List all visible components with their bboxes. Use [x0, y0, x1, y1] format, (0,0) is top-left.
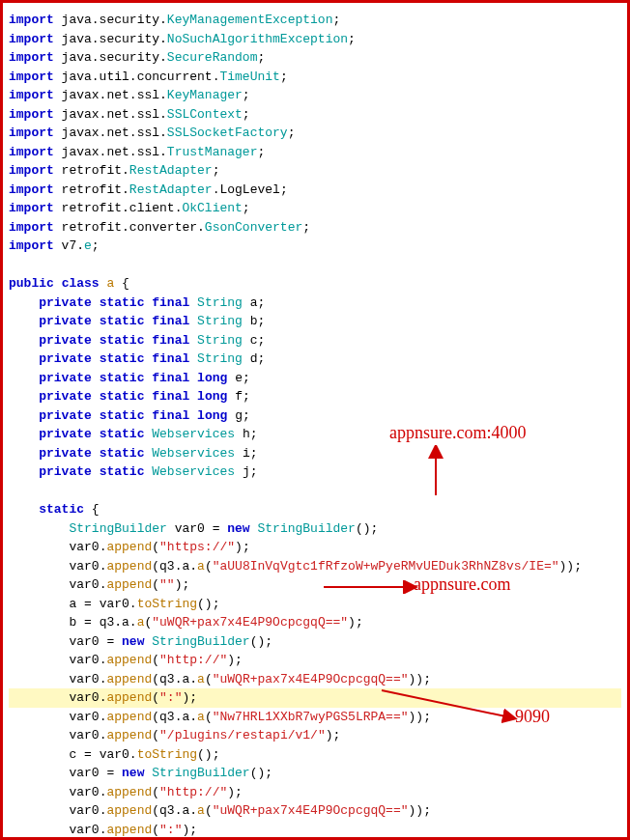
- kw-private: private: [39, 371, 92, 385]
- punct-token: (q3.a.: [152, 559, 197, 574]
- text-token: [9, 710, 69, 724]
- text-token: {: [114, 276, 129, 291]
- method-token: a: [197, 803, 205, 818]
- semicolon: ;: [243, 371, 250, 385]
- class-name: e: [84, 238, 92, 253]
- text-token: [54, 276, 62, 291]
- kw-import: import: [9, 13, 54, 27]
- text-token: var0.: [69, 710, 106, 724]
- method-token: a: [197, 710, 205, 724]
- text-token: [227, 371, 235, 385]
- punct-token: ));: [409, 803, 431, 818]
- kw-final: final: [152, 371, 189, 385]
- text-token: [92, 408, 100, 423]
- semicolon: ;: [257, 50, 265, 65]
- code-line: private static Webservices h;: [9, 425, 621, 444]
- semicolon: ;: [280, 70, 288, 84]
- code-line: import javax.net.ssl.KeyManager;: [9, 86, 621, 105]
- kw-import: import: [9, 238, 54, 253]
- punct-token: ));: [409, 710, 431, 724]
- text-token: [92, 427, 100, 441]
- semicolon: ;: [243, 107, 250, 122]
- punct-token: );: [175, 577, 190, 592]
- string-literal: "/plugins/restapi/v1/": [159, 728, 326, 742]
- field-name: a: [250, 295, 258, 310]
- code-line: var0.append(q3.a.a("Nw7HRL1XXbR7wyPGS5LR…: [9, 708, 621, 727]
- code-container: import java.security.KeyManagementExcept…: [9, 11, 621, 840]
- text-token: [9, 766, 69, 780]
- semicolon: ;: [250, 427, 258, 441]
- string-literal: "": [159, 577, 175, 592]
- semicolon: ;: [302, 220, 310, 235]
- punct-token: );: [235, 540, 250, 554]
- code-line: public class a {: [9, 274, 621, 294]
- code-line: import javax.net.ssl.SSLContext;: [9, 105, 621, 125]
- text-token: [189, 295, 197, 310]
- text-token: [235, 464, 243, 479]
- kw-token: new: [122, 634, 144, 649]
- kw-private: private: [39, 333, 92, 348]
- text-token: [243, 314, 250, 328]
- text-token: [9, 634, 69, 649]
- code-line: private static final String c;: [9, 331, 621, 350]
- string-literal: "Nw7HRL1XXbR7wyPGS5LRPA==": [213, 710, 409, 724]
- field-name: h: [243, 427, 250, 441]
- text-token: [9, 408, 39, 423]
- code-line: c = var0.toString();: [9, 745, 621, 765]
- code-line: import javax.net.ssl.SSLSocketFactory;: [9, 124, 621, 143]
- method-token: toString: [137, 597, 197, 611]
- kw-import: import: [9, 126, 54, 140]
- string-literal: "http://": [159, 785, 227, 799]
- code-line: private static final long f;: [9, 387, 621, 406]
- kw-static: static: [100, 427, 145, 441]
- kw-final: final: [152, 389, 189, 404]
- kw-static: static: [100, 314, 145, 328]
- text-token: [9, 577, 69, 592]
- code-line: import java.security.NoSuchAlgorithmExce…: [9, 30, 621, 49]
- punct-token: ();: [250, 634, 272, 649]
- type-token: Webservices: [152, 446, 235, 461]
- text-token: [9, 690, 69, 705]
- string-literal: ":": [159, 690, 182, 705]
- code-line: static {: [9, 500, 621, 519]
- semicolon: ;: [213, 163, 220, 178]
- text-token: [9, 314, 39, 328]
- semicolon: ;: [332, 13, 340, 27]
- semicolon: ;: [258, 351, 266, 366]
- punct-token: (: [205, 710, 213, 724]
- punct-token: (: [152, 690, 159, 705]
- code-line: import retrofit.converter.GsonConverter;: [9, 218, 621, 238]
- text-token: [189, 351, 197, 366]
- code-line: var0.append("");: [9, 575, 621, 595]
- text-token: [189, 371, 197, 385]
- punct-token: (q3.a.: [152, 803, 197, 818]
- text-token: [9, 351, 39, 366]
- semicolon: ;: [288, 126, 296, 140]
- code-line: var0.append("http://");: [9, 783, 621, 802]
- text-token: var0.: [69, 559, 106, 574]
- text-token: var0.: [69, 690, 106, 705]
- code-line: var0.append("/plugins/restapi/v1/");: [9, 726, 621, 745]
- code-line: StringBuilder var0 = new StringBuilder()…: [9, 519, 621, 539]
- text-token: var0.: [69, 728, 106, 742]
- text-token: [235, 446, 243, 461]
- field-name: g: [235, 408, 243, 423]
- punct-token: (: [152, 785, 159, 799]
- text-token: java.util.concurrent.: [54, 70, 220, 84]
- kw-public: public: [9, 276, 54, 291]
- text-token: [243, 351, 250, 366]
- code-line: import javax.net.ssl.TrustManager;: [9, 143, 621, 162]
- code-line: [9, 482, 621, 501]
- kw-static: static: [100, 295, 145, 310]
- code-line: private static final String a;: [9, 294, 621, 313]
- text-token: [9, 653, 69, 667]
- type-token: long: [197, 371, 227, 385]
- semicolon: ;: [250, 446, 258, 461]
- class-name: SecureRandom: [167, 50, 258, 65]
- punct-token: ();: [197, 597, 219, 611]
- code-line: var0.append("http://");: [9, 651, 621, 670]
- class-name: GsonConverter: [205, 220, 302, 235]
- kw-private: private: [39, 408, 92, 423]
- code-line: import retrofit.RestAdapter;: [9, 161, 621, 181]
- text-token: [227, 408, 235, 423]
